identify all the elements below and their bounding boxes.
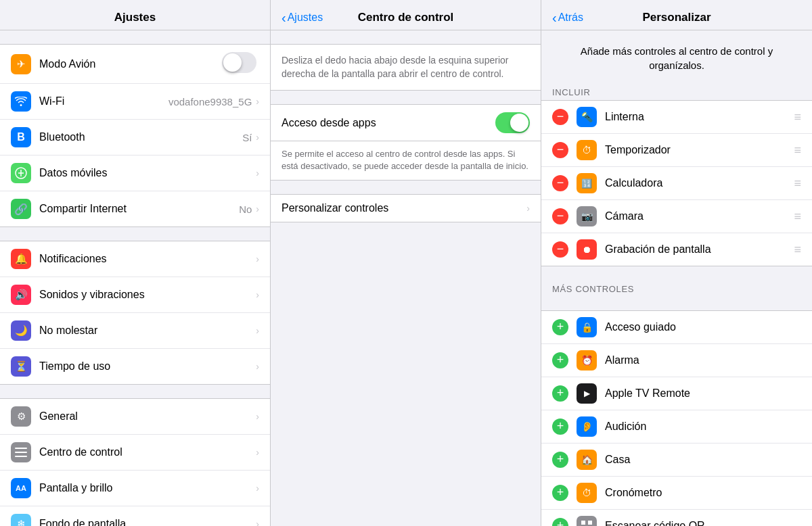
svg-rect-1 [15, 448, 27, 449]
camara-drag-handle[interactable]: ≡ [794, 210, 801, 224]
avion-toggle[interactable] [222, 52, 256, 76]
settings-item-general[interactable]: ⚙ General › [0, 399, 270, 435]
settings-item-wifi[interactable]: Wi-Fi vodafone9938_5G › [0, 84, 270, 120]
plus-acceso-button[interactable]: + [552, 319, 568, 335]
settings-item-compartir[interactable]: 🔗 Compartir Internet No › [0, 191, 270, 226]
section-mas-label: MÁS CONTROLES [552, 284, 634, 294]
personalizar-row[interactable]: Personalizar controles › [271, 194, 541, 222]
control-item-cronometro[interactable]: + ⏱ Cronómetro [541, 477, 812, 510]
pantalla-icon: AA [11, 478, 31, 498]
wifi-value: vodafone9938_5G [168, 96, 252, 107]
qr-label: Escanear código QR [605, 520, 801, 526]
compartir-value: No [239, 204, 252, 215]
control-item-acceso[interactable]: + 🔒 Acceso guiado [541, 311, 812, 344]
access-label: Acceso desde apps [281, 117, 495, 129]
settings-item-pantalla[interactable]: AA Pantalla y brillo › [0, 471, 270, 506]
centro-control-panel: ‹ Ajustes Centro de control Desliza el d… [271, 0, 541, 526]
settings-group-1: ✈ Modo Avión Wi-Fi vodafone9938_5G › [0, 44, 270, 227]
panel2-back-label: Ajustes [288, 11, 323, 24]
settings-item-tiempo[interactable]: ⏳ Tiempo de uso › [0, 349, 270, 384]
camara-icon: 📷 [577, 206, 597, 226]
calculadora-label: Calculadora [605, 177, 794, 189]
notif-icon: 🔔 [11, 249, 31, 269]
temporizador-drag-handle[interactable]: ≡ [794, 143, 801, 158]
minus-temporizador-button[interactable]: − [552, 142, 568, 158]
settings-item-fondo[interactable]: ❄ Fondo de pantalla › [0, 506, 270, 526]
info-text: Desliza el dedo hacia abajo desde la esq… [281, 54, 530, 80]
settings-item-avion[interactable]: ✈ Modo Avión [0, 45, 270, 84]
control-item-alarma[interactable]: + ⏰ Alarma [541, 344, 812, 377]
grabacion-drag-handle[interactable]: ≡ [794, 243, 801, 257]
wifi-chevron: › [256, 96, 259, 107]
access-toggle[interactable] [495, 112, 530, 133]
nomolestar-label: No molestar [39, 325, 256, 337]
access-desc-text: Se permite el acceso al centro de contro… [281, 148, 530, 172]
grabacion-label: Grabación de pantalla [605, 243, 794, 256]
control-item-qr[interactable]: + Escanear código QR [541, 510, 812, 526]
control-item-camara[interactable]: − 📷 Cámara ≡ [541, 200, 812, 233]
minus-grabacion-button[interactable]: − [552, 241, 568, 258]
cronometro-label: Cronómetro [605, 487, 801, 499]
minus-calculadora-button[interactable]: − [552, 175, 568, 191]
notif-label: Notificaciones [39, 253, 256, 265]
general-label: General [39, 410, 256, 423]
control-item-appletv[interactable]: + ▶ Apple TV Remote [541, 377, 812, 410]
tiempo-icon: ⏳ [11, 356, 31, 377]
compartir-chevron: › [256, 204, 259, 214]
calculadora-drag-handle[interactable]: ≡ [794, 176, 801, 191]
settings-item-sonidos[interactable]: 🔊 Sonidos y vibraciones › [0, 277, 270, 313]
settings-item-datos[interactable]: Datos móviles › [0, 156, 270, 191]
tiempo-label: Tiempo de uso [39, 360, 256, 373]
control-item-calculadora[interactable]: − 🔢 Calculadora ≡ [541, 167, 812, 200]
panel2-back-button[interactable]: ‹ Ajustes [281, 10, 323, 26]
audicion-label: Audición [605, 421, 801, 433]
control-item-linterna[interactable]: − 🔦 Linterna ≡ [541, 101, 812, 134]
section-mas-header: MÁS CONTROLES [541, 280, 812, 297]
bluetooth-label: Bluetooth [39, 131, 242, 143]
personalizar-label: Personalizar controles [281, 202, 526, 214]
settings-item-centro[interactable]: Centro de control › [0, 435, 270, 471]
control-item-temporizador[interactable]: − ⏱ Temporizador ≡ [541, 134, 812, 167]
sonidos-chevron: › [256, 289, 259, 300]
datos-label: Datos móviles [39, 167, 256, 179]
settings-item-notif[interactable]: 🔔 Notificaciones › [0, 241, 270, 277]
plus-appletv-button[interactable]: + [552, 385, 568, 402]
sonidos-icon: 🔊 [11, 285, 31, 305]
plus-cronometro-button[interactable]: + [552, 485, 568, 501]
panel3-back-button[interactable]: ‹ Atrás [552, 10, 583, 26]
minus-linterna-button[interactable]: − [552, 109, 568, 125]
linterna-drag-handle[interactable]: ≡ [794, 110, 801, 124]
section-incluir-label: INCLUIR [552, 87, 591, 97]
fondo-label: Fondo de pantalla [39, 518, 256, 526]
casa-icon: 🏠 [577, 450, 597, 470]
plus-audicion-button[interactable]: + [552, 419, 568, 435]
avion-icon: ✈ [11, 54, 31, 74]
access-row[interactable]: Acceso desde apps [271, 104, 541, 141]
control-item-audicion[interactable]: + 👂 Audición [541, 410, 812, 444]
minus-camara-button[interactable]: − [552, 208, 568, 224]
temporizador-icon: ⏱ [577, 140, 597, 160]
bluetooth-value: Sí [242, 132, 252, 143]
settings-item-nomolestar[interactable]: 🌙 No molestar › [0, 313, 270, 349]
bluetooth-icon: B [11, 127, 31, 147]
plus-casa-button[interactable]: + [552, 452, 568, 468]
general-icon: ⚙ [11, 406, 31, 427]
datos-chevron: › [256, 168, 259, 178]
panel3-header: ‹ Atrás Personalizar [541, 0, 812, 30]
wifi-label: Wi-Fi [39, 95, 168, 107]
appletv-label: Apple TV Remote [605, 387, 801, 400]
settings-item-bluetooth[interactable]: B Bluetooth Sí › [0, 120, 270, 156]
camara-label: Cámara [605, 210, 794, 222]
personalizar-chevron: › [526, 203, 530, 214]
control-item-grabacion[interactable]: − ⏺ Grabación de pantalla ≡ [541, 233, 812, 266]
nomolestar-chevron: › [256, 325, 259, 336]
panel2-header: ‹ Ajustes Centro de control [271, 0, 541, 30]
plus-qr-button[interactable]: + [552, 518, 568, 526]
plus-alarma-button[interactable]: + [552, 352, 568, 368]
alarma-label: Alarma [605, 354, 801, 366]
control-item-casa[interactable]: + 🏠 Casa [541, 444, 812, 477]
acceso-label: Acceso guiado [605, 321, 801, 333]
notif-chevron: › [256, 254, 259, 264]
compartir-icon: 🔗 [11, 199, 31, 219]
calculadora-icon: 🔢 [577, 173, 597, 193]
